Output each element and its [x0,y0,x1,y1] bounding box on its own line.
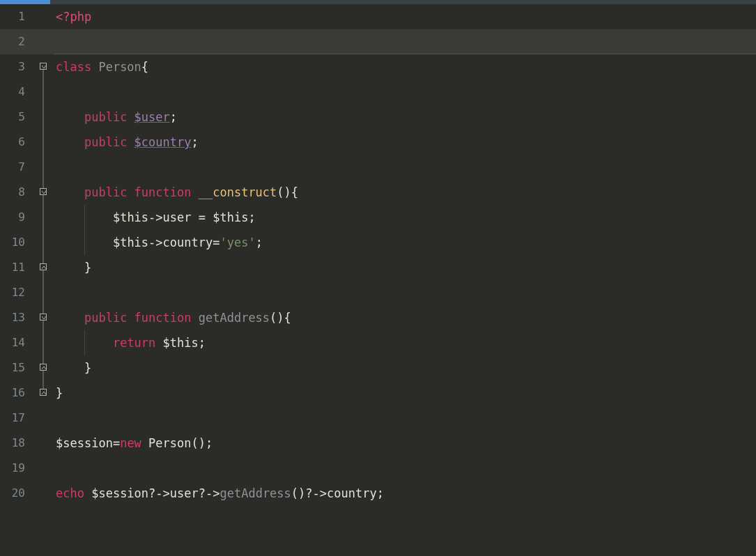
code-text[interactable]: public $user; [54,105,756,130]
code-line[interactable]: 14 return $this; [0,330,756,355]
fold-toggle-icon[interactable] [40,63,47,70]
line-number: 3 [0,54,32,79]
code-line[interactable]: 4 [0,79,756,105]
code-text[interactable]: $session=new Person(); [54,431,756,456]
code-line[interactable]: 18 $session=new Person(); [0,431,756,456]
code-line[interactable]: 12 [0,280,756,305]
code-text[interactable]: public function __construct(){ [54,180,756,205]
line-number: 11 [0,255,32,280]
fold-toggle-icon[interactable] [40,188,47,195]
line-number: 8 [0,180,32,205]
code-text[interactable]: class Person{ [54,54,756,79]
code-text[interactable]: public $country; [54,130,756,155]
line-number: 9 [0,205,32,230]
fold-gutter [32,481,54,506]
code-line[interactable]: 16 } [0,380,756,406]
code-line[interactable]: 1 <?php [0,4,756,29]
code-line[interactable]: 13 public function getAddress(){ [0,305,756,330]
code-text[interactable]: } [54,355,756,380]
code-text[interactable]: public function getAddress(){ [54,305,756,330]
fold-gutter[interactable] [32,380,54,406]
line-number: 17 [0,406,32,431]
fold-gutter [32,155,54,180]
line-number: 16 [0,380,32,406]
fold-gutter [32,456,54,481]
fold-gutter [32,330,54,355]
fold-close-icon[interactable] [40,263,47,270]
line-number: 14 [0,330,32,355]
fold-gutter [32,29,54,54]
fold-gutter[interactable] [32,255,54,280]
code-line[interactable]: 20 echo $session?->user?->getAddress()?-… [0,481,756,506]
line-number: 5 [0,105,32,130]
fold-gutter [32,4,54,29]
line-number: 13 [0,305,32,330]
line-number: 1 [0,4,32,29]
code-text[interactable] [54,406,756,431]
code-line[interactable]: 3 class Person{ [0,54,756,79]
code-text[interactable] [54,155,756,180]
fold-gutter [32,105,54,130]
fold-close-icon[interactable] [40,389,47,396]
code-text[interactable]: return $this; [54,330,756,355]
code-text[interactable] [54,29,756,54]
fold-gutter[interactable] [32,180,54,205]
fold-gutter [32,205,54,230]
code-text[interactable]: $this->user = $this; [54,205,756,230]
fold-close-icon[interactable] [40,364,47,371]
chrome-icon[interactable] [738,35,752,49]
code-text[interactable]: } [54,255,756,280]
fold-gutter[interactable] [32,305,54,330]
fold-gutter [32,280,54,305]
code-line-current[interactable]: 2 [0,29,756,54]
code-line[interactable]: 6 public $country; [0,130,756,155]
code-line[interactable]: 8 public function __construct(){ [0,180,756,205]
fold-gutter [32,230,54,255]
code-text[interactable]: <?php [54,4,756,29]
code-text[interactable]: $this->country='yes'; [54,230,756,255]
code-line[interactable]: 19 [0,456,756,481]
line-number: 20 [0,481,32,506]
line-number: 6 [0,130,32,155]
code-line[interactable]: 7 [0,155,756,180]
code-text[interactable]: } [54,380,756,406]
line-number: 2 [0,29,32,54]
code-line[interactable]: 11 } [0,255,756,280]
fold-gutter[interactable] [32,355,54,380]
code-line[interactable]: 15 } [0,355,756,380]
fold-gutter [32,79,54,105]
code-editor[interactable]: 1 <?php 2 3 class P [0,4,756,556]
fold-gutter [32,406,54,431]
fold-gutter[interactable] [32,54,54,79]
code-text[interactable] [54,456,756,481]
code-line[interactable]: 9 $this->user = $this; [0,205,756,230]
code-line[interactable]: 17 [0,406,756,431]
line-number: 7 [0,155,32,180]
code-text[interactable]: echo $session?->user?->getAddress()?->co… [54,481,756,506]
code-text[interactable] [54,79,756,105]
line-number: 19 [0,456,32,481]
line-number: 12 [0,280,32,305]
fold-toggle-icon[interactable] [40,314,47,321]
fold-gutter [32,431,54,456]
line-number: 10 [0,230,32,255]
fold-gutter [32,130,54,155]
code-text[interactable] [54,280,756,305]
line-number: 15 [0,355,32,380]
code-line[interactable]: 10 $this->country='yes'; [0,230,756,255]
line-number: 4 [0,79,32,105]
line-number: 18 [0,431,32,456]
code-line[interactable]: 5 public $user; [0,105,756,130]
